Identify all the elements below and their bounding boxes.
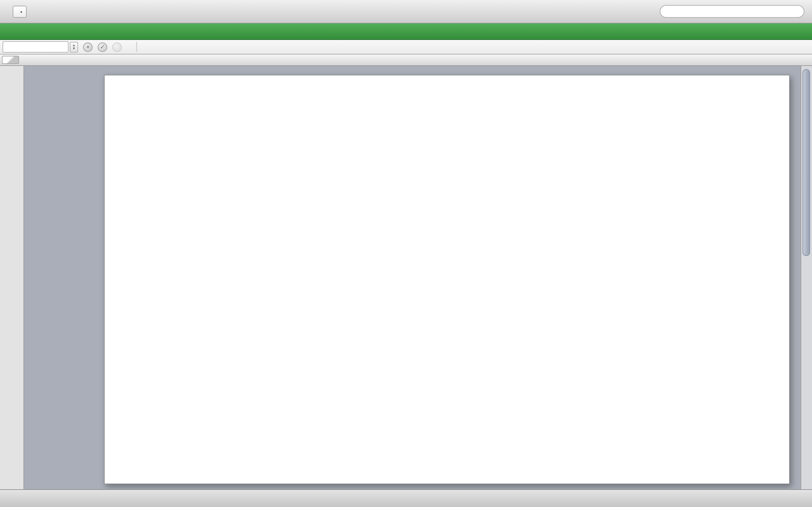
column-headers [0, 55, 812, 66]
row-headers [0, 66, 24, 489]
entry-dot-icon [112, 42, 122, 52]
collapse-ribbon-icon[interactable] [779, 26, 790, 37]
ribbon-corner-icons [779, 26, 807, 37]
sheet-tab-bar [0, 489, 812, 507]
select-all-corner[interactable] [2, 56, 19, 64]
zoom-dropdown[interactable]: ▾ [13, 5, 27, 17]
ribbon-tabs [0, 23, 812, 40]
help-button[interactable] [36, 4, 49, 18]
sheet-search-input[interactable] [660, 5, 804, 18]
cancel-icon[interactable]: × [83, 42, 93, 52]
sheet-content [0, 0, 812, 507]
excel-window: ▾ ▲▼ × ✓ [0, 0, 812, 507]
name-box-stepper[interactable]: ▲▼ [70, 42, 78, 52]
share-badge-icon[interactable] [796, 491, 811, 506]
name-box[interactable] [3, 41, 68, 53]
chevron-down-icon: ▾ [20, 9, 22, 14]
toolbar: ▾ [0, 0, 812, 23]
search-control [657, 5, 804, 18]
scrollbar-thumb[interactable] [803, 69, 810, 256]
formula-divider [136, 42, 137, 52]
vertical-scrollbar[interactable] [801, 66, 812, 489]
gear-icon[interactable] [796, 26, 807, 37]
formula-bar: ▲▼ × ✓ [0, 40, 812, 55]
accept-icon[interactable]: ✓ [98, 42, 107, 52]
